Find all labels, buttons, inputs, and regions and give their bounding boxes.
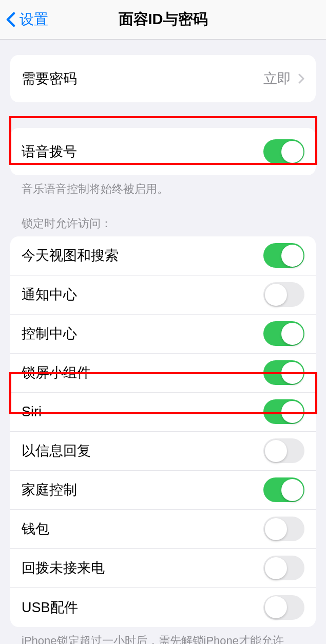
- toggle-knob: [281, 245, 303, 267]
- lock-access-row[interactable]: 回拨未接来电: [10, 549, 316, 588]
- toggle[interactable]: [263, 556, 304, 580]
- value-text: 立即: [263, 69, 291, 88]
- voice-dial-footer: 音乐语音控制将始终被启用。: [10, 175, 316, 197]
- toggle[interactable]: [263, 517, 304, 541]
- toggle-knob: [265, 284, 287, 306]
- lock-access-row[interactable]: 钱包: [10, 510, 316, 549]
- page-title: 面容ID与密码: [119, 9, 208, 30]
- row-value: 立即: [263, 69, 304, 88]
- row-label: 以信息回复: [22, 441, 91, 460]
- toggle-knob: [281, 401, 303, 423]
- lock-access-group: 锁定时允许访问： 今天视图和搜索通知中心控制中心锁屏小组件Siri以信息回复家庭…: [10, 216, 316, 644]
- voice-dial-group: 语音拨号 音乐语音控制将始终被启用。: [10, 128, 316, 197]
- toggle[interactable]: [263, 360, 304, 385]
- voice-dial-toggle[interactable]: [263, 139, 304, 164]
- lock-access-row[interactable]: USB配件: [10, 588, 316, 627]
- toggle-knob: [281, 323, 303, 345]
- toggle-knob: [265, 557, 287, 579]
- require-passcode-group: 需要密码 立即: [10, 55, 316, 102]
- lock-access-row[interactable]: 锁屏小组件: [10, 354, 316, 393]
- toggle-knob: [265, 518, 287, 540]
- lock-access-row[interactable]: 通知中心: [10, 275, 316, 315]
- row-label: 今天视图和搜索: [22, 246, 119, 265]
- lock-access-row[interactable]: 家庭控制: [10, 471, 316, 510]
- row-label: 锁屏小组件: [22, 363, 91, 382]
- toggle[interactable]: [263, 595, 304, 620]
- row-label: 通知中心: [22, 285, 77, 304]
- toggle-knob: [265, 596, 287, 618]
- row-label: 回拨未接来电: [22, 559, 105, 577]
- toggle-knob: [281, 479, 303, 501]
- toggle[interactable]: [263, 321, 304, 346]
- lock-access-row[interactable]: 今天视图和搜索: [10, 236, 316, 275]
- lock-access-row[interactable]: 控制中心: [10, 315, 316, 354]
- toggle[interactable]: [263, 282, 304, 307]
- row-label: 家庭控制: [22, 481, 77, 499]
- row-label: 控制中心: [22, 324, 77, 343]
- require-passcode-row[interactable]: 需要密码 立即: [10, 55, 316, 102]
- row-label: Siri: [22, 404, 42, 420]
- toggle-knob: [265, 440, 287, 462]
- row-label: 需要密码: [22, 69, 77, 88]
- toggle[interactable]: [263, 243, 304, 268]
- lock-access-footer: iPhone锁定超过一小时后，需先解锁iPhone才能允许USB配件连接。: [10, 627, 316, 644]
- back-label: 设置: [20, 10, 48, 29]
- row-label: 钱包: [22, 520, 49, 538]
- chevron-right-icon: [298, 73, 304, 84]
- lock-access-header: 锁定时允许访问：: [10, 216, 316, 236]
- row-label: USB配件: [22, 598, 78, 617]
- toggle[interactable]: [263, 477, 304, 502]
- toggle-knob: [281, 362, 303, 384]
- voice-dial-row[interactable]: 语音拨号: [10, 128, 316, 175]
- toggle[interactable]: [263, 438, 304, 463]
- lock-access-row[interactable]: Siri: [10, 393, 316, 432]
- lock-access-row[interactable]: 以信息回复: [10, 432, 316, 471]
- navbar: 设置 面容ID与密码: [0, 0, 326, 40]
- chevron-left-icon: [6, 12, 15, 27]
- toggle-knob: [281, 141, 303, 163]
- back-button[interactable]: 设置: [0, 10, 48, 29]
- settings-content: 需要密码 立即 语音拨号 音乐语音控制将始终被启用。 锁定时允许访问：: [0, 55, 326, 644]
- toggle[interactable]: [263, 399, 304, 424]
- row-label: 语音拨号: [22, 142, 77, 161]
